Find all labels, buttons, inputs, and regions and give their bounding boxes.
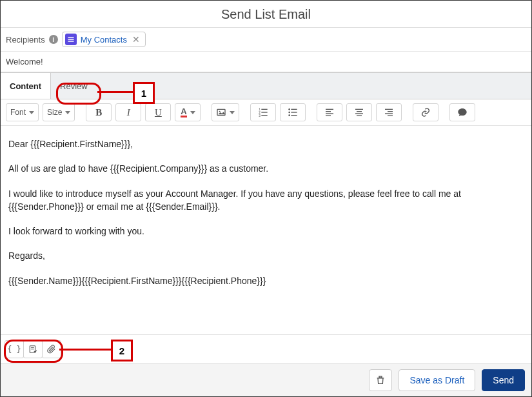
svg-rect-2 [68,41,74,42]
size-select-label: Size [47,108,62,117]
underline-button[interactable]: U [145,103,171,121]
subject-value: Welcome! [6,57,43,66]
italic-button[interactable]: I [115,103,141,121]
chevron-down-icon [230,111,235,114]
save-as-draft-button[interactable]: Save as Draft [399,369,475,391]
recipients-row: Recipients i My Contacts ✕ [1,28,531,52]
annotation-number-label: 2 [119,345,124,356]
template-icon [28,345,37,354]
email-body-editor[interactable]: Dear {{{Recipient.FirstName}}}, All of u… [1,126,531,334]
svg-rect-9 [262,112,268,112]
svg-rect-27 [385,113,393,114]
svg-rect-31 [31,349,34,349]
body-paragraph: {{{Sender.Name}}}{{{Recipient.FirstName}… [8,274,524,287]
svg-text:3: 3 [259,114,261,117]
align-right-button[interactable] [376,103,402,121]
tabs: Content Review [1,72,531,99]
merge-field-button[interactable]: { } [5,340,24,358]
remove-recipient-icon[interactable]: ✕ [131,34,141,45]
svg-rect-21 [355,109,363,110]
annotation-number-label: 1 [141,88,146,99]
braces-icon: { } [7,345,21,354]
bold-icon: B [95,107,102,118]
text-color-icon: A [181,108,186,117]
separator [80,105,81,120]
comment-icon [457,107,468,117]
underline-icon: U [155,107,162,118]
body-paragraph: Dear {{{Recipient.FirstName}}}, [8,137,524,150]
recipient-pill[interactable]: My Contacts ✕ [62,32,146,47]
tab-content[interactable]: Content [1,73,51,99]
list-icon [65,34,77,45]
font-select-label: Font [10,108,26,117]
subject-row[interactable]: Welcome! [1,52,531,72]
separator [407,105,408,120]
text-color-button[interactable]: A [175,103,201,121]
size-select[interactable]: Size [43,103,75,121]
svg-rect-22 [357,111,362,112]
align-right-icon [384,107,394,117]
attachment-button[interactable] [42,340,61,358]
footer-bar: Save as Draft Send [1,363,531,396]
recipients-label: Recipients [6,35,45,45]
svg-rect-15 [291,112,297,112]
italic-icon: I [127,107,130,118]
svg-rect-8 [262,109,268,110]
chevron-down-icon [29,111,34,114]
image-button[interactable] [212,103,239,121]
link-button[interactable] [413,103,438,121]
svg-rect-1 [68,39,74,40]
font-select[interactable]: Font [6,103,39,121]
svg-point-12 [289,112,291,114]
recipient-pill-label: My Contacts [81,35,127,45]
delete-button[interactable] [369,369,392,391]
ordered-list-button[interactable]: 123 [250,103,276,121]
unordered-list-button[interactable] [280,103,306,121]
title-text: Send List Email [221,7,311,21]
svg-rect-17 [326,109,333,110]
annotation-insert-number: 2 [111,340,133,361]
info-icon[interactable]: i [49,35,58,44]
annotation-review-line [97,91,133,93]
svg-rect-28 [388,116,393,116]
unordered-list-icon [288,107,298,117]
svg-rect-14 [291,109,297,110]
paperclip-icon [47,345,56,354]
comment-button[interactable] [449,103,475,121]
send-button[interactable]: Send [482,369,525,391]
body-paragraph: I would like to introduce myself as your… [8,187,524,214]
svg-rect-18 [326,111,331,112]
link-icon [420,107,431,117]
separator [244,105,245,120]
svg-rect-25 [385,109,393,110]
annotation-insert-line [59,349,111,351]
align-center-button[interactable] [346,103,372,121]
body-paragraph: All of us are glad to have {{{Recipient.… [8,162,524,175]
save-as-draft-label: Save as Draft [409,375,464,385]
separator [311,105,311,120]
svg-rect-32 [379,376,382,378]
align-center-icon [354,107,364,117]
svg-rect-30 [31,347,34,348]
ordered-list-icon: 123 [258,107,268,117]
tab-review[interactable]: Review [51,73,97,99]
chevron-down-icon [190,111,195,114]
template-button[interactable] [23,340,43,358]
tab-content-label: Content [10,81,41,91]
bold-button[interactable]: B [86,103,112,121]
svg-rect-20 [326,116,331,116]
chevron-down-icon [65,111,70,114]
svg-rect-23 [355,113,363,114]
svg-rect-33 [377,378,384,378]
page-title: Send List Email [1,1,531,28]
svg-point-11 [289,108,291,110]
send-label: Send [493,375,514,385]
svg-point-4 [219,111,221,112]
tab-review-label: Review [60,81,88,91]
svg-point-13 [289,114,291,116]
svg-rect-0 [68,37,74,38]
body-paragraph: I look forward to working with you. [8,225,524,238]
svg-rect-16 [291,115,297,116]
align-left-button[interactable] [317,103,342,121]
annotation-review-number: 1 [133,82,155,104]
